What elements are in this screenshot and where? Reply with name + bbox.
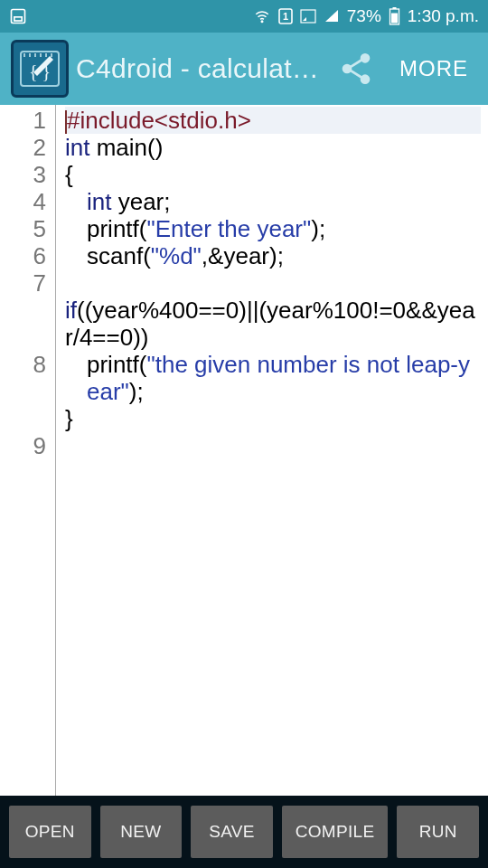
- line-number: 2: [0, 134, 46, 161]
- status-bar: 1 73% 1:30 p.m.: [0, 0, 488, 33]
- svg-marker-7: [325, 10, 338, 22]
- app-title: C4droid - calculat…: [76, 53, 322, 84]
- code-line: printf("Enter the year");: [65, 215, 481, 242]
- open-button[interactable]: OPEN: [9, 806, 91, 858]
- line-number: [0, 297, 46, 351]
- code-line: printf("the given number is not leap-yea…: [65, 351, 481, 405]
- code-line: {: [65, 161, 481, 188]
- app-icon[interactable]: { }: [11, 40, 69, 98]
- code-line: int year;: [65, 188, 481, 215]
- line-number: 7: [0, 269, 46, 297]
- app-toolbar: { } C4droid - calculat… MORE: [0, 33, 488, 105]
- line-number: 1: [0, 107, 46, 134]
- bottom-toolbar: OPEN NEW SAVE COMPILE RUN: [0, 796, 488, 868]
- clock: 1:30 p.m.: [408, 6, 479, 26]
- svg-rect-10: [391, 14, 398, 24]
- line-number: 9: [0, 432, 46, 459]
- share-button[interactable]: [331, 43, 381, 94]
- svg-marker-6: [303, 17, 306, 21]
- line-number: 5: [0, 215, 46, 242]
- code-line: [65, 269, 481, 297]
- battery-icon: [389, 7, 400, 25]
- sim-icon: 1: [278, 8, 293, 24]
- signal-icon-1: [300, 9, 316, 24]
- battery-percent: 73%: [347, 6, 381, 26]
- code-area[interactable]: #include<stdio.h> int main() { int year;…: [56, 105, 488, 796]
- save-button[interactable]: SAVE: [191, 806, 273, 858]
- compile-button[interactable]: COMPILE: [282, 806, 389, 858]
- line-number: 6: [0, 242, 46, 269]
- screenshot-icon: [9, 7, 27, 25]
- line-number: 3: [0, 161, 46, 188]
- svg-text:1: 1: [283, 11, 288, 22]
- signal-icon-2: [324, 9, 340, 24]
- code-line: if((year%400==0)||(year%100!=0&&year/4==…: [65, 297, 481, 351]
- line-number: 8: [0, 351, 46, 432]
- svg-line-17: [350, 71, 361, 78]
- svg-line-16: [350, 60, 361, 67]
- code-line: }: [65, 405, 481, 432]
- code-editor[interactable]: 1 2 3 4 5 6 7 8 9 #include<stdio.h> int …: [0, 105, 488, 796]
- code-line: int main(): [65, 134, 481, 161]
- line-number: 4: [0, 188, 46, 215]
- run-button[interactable]: RUN: [397, 806, 479, 858]
- line-number-gutter: 1 2 3 4 5 6 7 8 9: [0, 105, 56, 796]
- more-button[interactable]: MORE: [390, 51, 477, 87]
- new-button[interactable]: NEW: [100, 806, 183, 858]
- code-line: #include<stdio.h>: [65, 107, 481, 134]
- svg-rect-1: [14, 17, 22, 21]
- svg-point-2: [261, 21, 263, 23]
- code-line: scanf("%d",&year);: [65, 242, 481, 269]
- wifi-icon: [253, 8, 271, 24]
